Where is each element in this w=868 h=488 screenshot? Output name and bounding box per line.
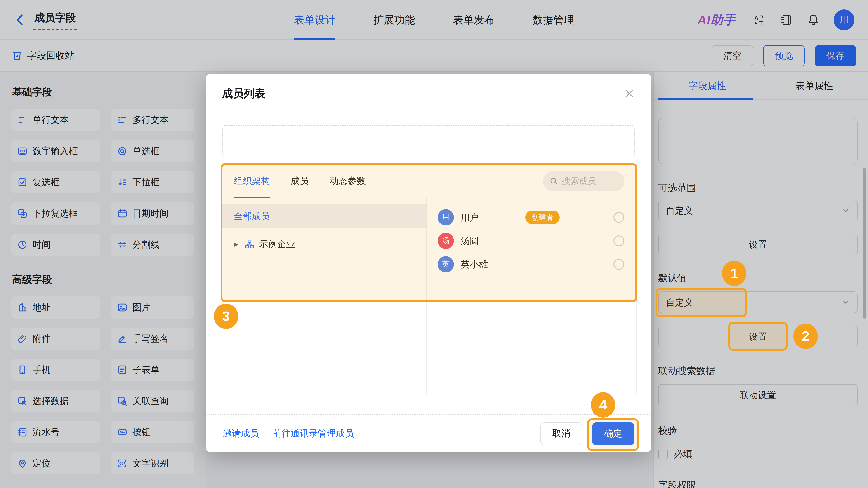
annotation-box-settings [728, 322, 787, 351]
app-window: 成员字段 表单设计 扩展功能 表单发布 数据管理 AI助手 A 中 [0, 0, 868, 488]
annotation-box-default-select [655, 288, 747, 317]
annotation-step-4: 4 [591, 392, 615, 418]
annotation-step-1: 1 [722, 261, 746, 286]
selected-members-box [222, 125, 635, 157]
annotation-box-confirm [587, 418, 639, 451]
cancel-button[interactable]: 取消 [540, 422, 582, 445]
manage-contacts-link[interactable]: 前往通讯录管理成员 [273, 427, 354, 440]
annotation-step-2: 2 [794, 324, 818, 349]
close-icon[interactable] [623, 88, 635, 99]
modal-title: 成员列表 [222, 86, 266, 101]
annotation-step-3: 3 [214, 304, 238, 329]
invite-members-link[interactable]: 邀请成员 [223, 427, 259, 440]
annotation-box-picker [221, 163, 637, 302]
